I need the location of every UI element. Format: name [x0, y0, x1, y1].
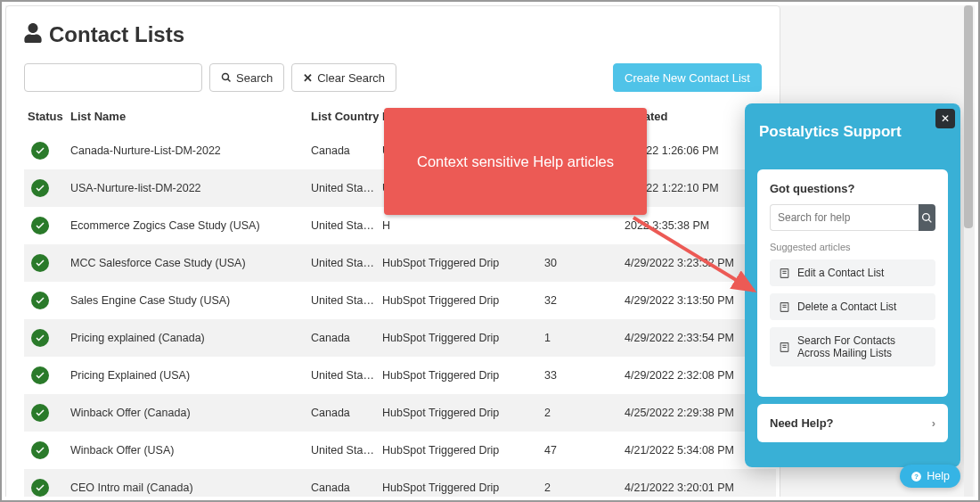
status-ok-icon	[31, 142, 49, 160]
search-input[interactable]	[24, 63, 202, 92]
table-row[interactable]: Pricing explained (Canada)CanadaHubSpot …	[24, 319, 776, 357]
cell-created: 4/21/2022 5:34:08 PM	[621, 432, 755, 469]
user-icon	[24, 23, 42, 46]
cell-name: Winback Offer (USA)	[67, 432, 307, 469]
clear-search-button[interactable]: ✕ Clear Search	[291, 63, 396, 92]
table-row[interactable]: MCC Salesforce Case Study (USA)United St…	[24, 244, 776, 282]
scrollbar-thumb[interactable]	[964, 5, 973, 228]
close-icon[interactable]: ✕	[935, 109, 955, 128]
create-list-label: Create New Contact List	[625, 71, 750, 85]
cell-total: 33	[541, 357, 621, 394]
support-search-button[interactable]	[919, 204, 935, 231]
need-help-row[interactable]: Need Help? ›	[757, 404, 948, 442]
search-button[interactable]: Search	[209, 63, 284, 92]
create-list-button[interactable]: Create New Contact List	[613, 63, 762, 92]
svg-line-4	[928, 219, 931, 222]
article-title: Edit a Contact List	[797, 267, 884, 279]
status-ok-icon	[31, 254, 49, 272]
svg-point-3	[923, 213, 930, 220]
cell-country: United States	[307, 207, 379, 244]
cell-country: Canada	[307, 469, 379, 497]
cell-source: HubSpot Triggered Drip	[379, 319, 541, 357]
status-ok-icon	[31, 441, 49, 459]
cell-name: Pricing explained (Canada)	[67, 319, 307, 357]
cell-total: 2	[541, 469, 621, 497]
support-panel: ✕ Postalytics Support Got questions? Sug…	[745, 103, 960, 467]
vertical-scrollbar[interactable]	[964, 5, 973, 497]
cell-created: 4/29/2022 3:23:32 PM	[621, 244, 755, 282]
cell-total: 30	[541, 244, 621, 282]
table-row[interactable]: Winback Offer (Canada)CanadaHubSpot Trig…	[24, 394, 776, 432]
svg-point-0	[223, 74, 229, 80]
table-row[interactable]: CEO Intro mail (Canada)CanadaHubSpot Tri…	[24, 469, 776, 497]
cell-country: Canada	[307, 319, 379, 357]
cell-country: United States	[307, 432, 379, 469]
contact-lists-card: Contact Lists Search ✕ Clear Search Crea…	[5, 5, 780, 497]
cell-total: 32	[541, 282, 621, 319]
status-ok-icon	[31, 479, 49, 497]
cell-name: Canada-Nurture-List-DM-2022	[67, 132, 307, 169]
status-ok-icon	[31, 366, 49, 384]
suggested-article[interactable]: Edit a Contact List	[770, 259, 935, 286]
table-row[interactable]: Sales Engine Case Study (USA)United Stat…	[24, 282, 776, 319]
cell-country: United States	[307, 282, 379, 319]
help-pill[interactable]: ? Help	[900, 465, 960, 488]
need-help-label: Need Help?	[770, 416, 834, 430]
page-title-row: Contact Lists	[24, 22, 762, 47]
cell-total: 47	[541, 432, 621, 469]
annotation-callout: Context sensitive Help articles	[384, 108, 647, 215]
cell-source: HubSpot Triggered Drip	[379, 469, 541, 497]
svg-line-1	[228, 79, 231, 82]
cell-country: Canada	[307, 132, 379, 169]
cell-name: Ecommerce Zogics Case Study (USA)	[67, 207, 307, 244]
chevron-right-icon: ›	[932, 416, 935, 430]
cell-country: United States	[307, 169, 379, 207]
page-title: Contact Lists	[49, 22, 184, 47]
svg-text:?: ?	[914, 473, 919, 481]
cell-name: Sales Engine Case Study (USA)	[67, 282, 307, 319]
clear-search-label: Clear Search	[317, 71, 385, 85]
cell-created: 4/25/2022 2:29:38 PM	[621, 394, 755, 432]
suggested-label: Suggested articles	[770, 242, 935, 252]
table-row[interactable]: Winback Offer (USA)United StatesHubSpot …	[24, 432, 776, 469]
cell-created: 4/29/2022 3:13:50 PM	[621, 282, 755, 319]
table-row[interactable]: Pricing Explained (USA)United StatesHubS…	[24, 357, 776, 394]
cell-name: USA-Nurture-list-DM-2022	[67, 169, 307, 207]
status-ok-icon	[31, 404, 49, 422]
support-header: ✕ Postalytics Support	[745, 103, 960, 157]
cell-name: Pricing Explained (USA)	[67, 357, 307, 394]
cell-source: HubSpot Triggered Drip	[379, 244, 541, 282]
cell-country: Canada	[307, 394, 379, 432]
suggested-article[interactable]: Search For Contacts Across Mailing Lists	[770, 327, 935, 366]
cell-source: HubSpot Triggered Drip	[379, 394, 541, 432]
search-button-label: Search	[236, 71, 273, 85]
status-ok-icon	[31, 179, 49, 197]
controls-row: Search ✕ Clear Search Create New Contact…	[24, 63, 762, 92]
cell-country: United States	[307, 357, 379, 394]
cell-source: HubSpot Triggered Drip	[379, 432, 541, 469]
cell-created: 4/29/2022 2:32:08 PM	[621, 357, 755, 394]
cell-name: Winback Offer (Canada)	[67, 394, 307, 432]
col-status[interactable]: Status	[24, 104, 67, 132]
cell-source: HubSpot Triggered Drip	[379, 282, 541, 319]
support-title: Postalytics Support	[759, 123, 946, 141]
cell-total: 1	[541, 319, 621, 357]
cell-total: 2	[541, 394, 621, 432]
status-ok-icon	[31, 329, 49, 347]
suggested-article[interactable]: Delete a Contact List	[770, 293, 935, 320]
cell-created: 4/29/2022 2:33:54 PM	[621, 319, 755, 357]
cell-name: CEO Intro mail (Canada)	[67, 469, 307, 497]
article-title: Delete a Contact List	[797, 300, 896, 313]
cell-source: HubSpot Triggered Drip	[379, 357, 541, 394]
col-country[interactable]: List Country	[307, 104, 379, 132]
support-search	[770, 204, 935, 231]
status-ok-icon	[31, 292, 49, 309]
help-pill-label: Help	[927, 470, 950, 482]
support-question: Got questions?	[770, 182, 935, 195]
status-ok-icon	[31, 217, 49, 235]
cell-created: 4/21/2022 3:20:01 PM	[621, 469, 755, 497]
callout-text: Context sensitive Help articles	[417, 153, 614, 170]
col-name[interactable]: List Name	[67, 104, 307, 132]
support-search-input[interactable]	[770, 204, 919, 231]
article-title: Search For Contacts Across Mailing Lists	[797, 334, 927, 359]
